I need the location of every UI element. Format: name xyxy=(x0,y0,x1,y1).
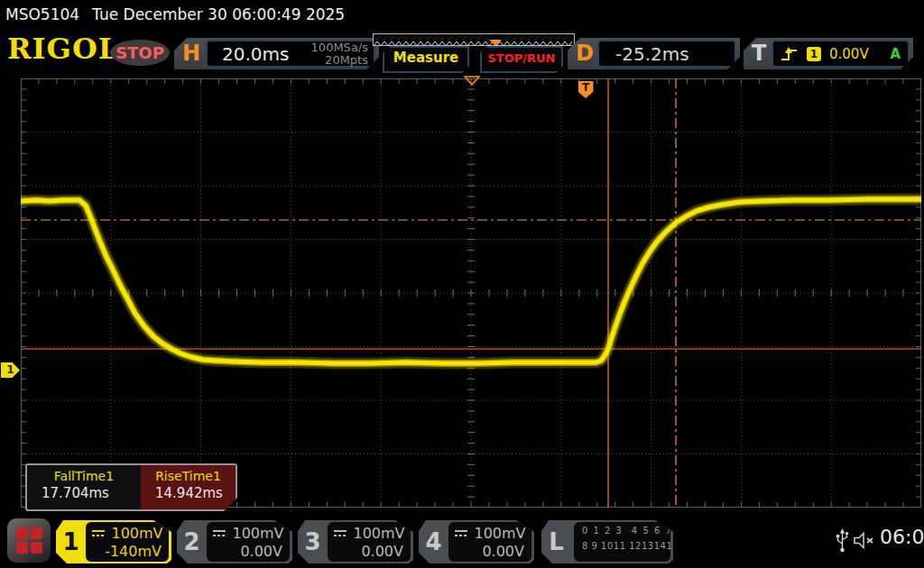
channel-offset: 0.00V xyxy=(328,543,411,561)
channel-2-block[interactable]: 2 100mV 0.00V xyxy=(177,520,292,563)
memory-depth: 20Mpts xyxy=(325,53,368,67)
delay-block[interactable]: D -25.2ms xyxy=(568,38,740,69)
menu-grid-icon xyxy=(16,527,42,553)
waveform-position-bar[interactable] xyxy=(373,33,575,46)
model-name: MSO5104 xyxy=(5,5,79,23)
menu-button[interactable] xyxy=(7,518,51,563)
channel-offset: 0.00V xyxy=(207,543,290,561)
titlebar: MSO5104Tue December 30 06:00:49 2025 xyxy=(0,0,924,29)
digital-channels-row1: 0 1 2 3 4 5 6 7 xyxy=(574,522,670,539)
channel-3-block[interactable]: 3 100mV 0.00V xyxy=(298,520,413,563)
usb-icon xyxy=(836,528,849,553)
speaker-muted-icon[interactable] xyxy=(854,531,875,550)
stop-run-button[interactable]: STOP/RUN xyxy=(480,46,563,73)
digital-channels-row2: 8 9 1011 12131415 xyxy=(574,539,670,554)
horizontal-reference-marker[interactable] xyxy=(464,76,480,86)
dc-icon xyxy=(454,529,468,537)
dc-icon xyxy=(91,529,106,537)
horizontal-settings-block[interactable]: H 20.0ms 100MSa/s 20Mpts xyxy=(174,38,379,69)
channel-status-bar: 1 100mV -140mV 2 100mV 0.00V 3 100mV 0.0… xyxy=(0,514,924,568)
delay-label: D xyxy=(576,40,594,68)
header-bar: RIGOL STOP H 20.0ms 100MSa/s 20Mpts Meas… xyxy=(0,29,924,74)
trigger-block[interactable]: T 1 0.00V A xyxy=(744,38,913,69)
measurement-panel: FallTime1 17.704ms RiseTime1 14.942ms xyxy=(25,463,237,511)
measurement-value: 17.704ms xyxy=(27,485,141,501)
measurement-label: RiseTime1 xyxy=(141,469,236,483)
measurement-label: FallTime1 xyxy=(27,469,141,483)
graticule-and-waveform xyxy=(21,78,921,508)
channel-number: 3 xyxy=(298,520,328,563)
dc-icon xyxy=(212,529,226,537)
channel-number: 4 xyxy=(419,520,448,563)
trigger-source-badge: 1 xyxy=(807,47,821,61)
delay-inset: -25.2ms xyxy=(597,40,736,68)
dc-icon xyxy=(333,529,347,537)
system-clock: 06:00 xyxy=(880,526,924,548)
delay-value: -25.2ms xyxy=(615,43,689,65)
horizontal-inset: 20.0ms 100MSa/s 20Mpts xyxy=(206,40,375,68)
channel-scale: 100mV xyxy=(232,525,283,542)
logic-analyzer-label: L xyxy=(541,520,571,563)
measurement-risetime[interactable]: RiseTime1 14.942ms xyxy=(141,465,236,509)
waveform-display-area: T 1 FallTime1 17.704ms RiseTime1 14.942m… xyxy=(0,74,924,514)
trigger-inset: 1 0.00V A xyxy=(772,40,910,68)
trigger-label: T xyxy=(752,40,766,68)
trigger-level-value: 0.00V xyxy=(829,46,869,62)
run-state-indicator[interactable]: STOP xyxy=(110,40,170,66)
channel-number: 1 xyxy=(56,520,86,563)
measurement-falltime[interactable]: FallTime1 17.704ms xyxy=(27,465,141,509)
channel-4-block[interactable]: 4 100mV 0.00V xyxy=(419,520,534,563)
datetime: Tue December 30 06:00:49 2025 xyxy=(92,5,345,23)
logic-analyzer-block[interactable]: L 0 1 2 3 4 5 6 7 8 9 1011 12131415 xyxy=(541,520,673,563)
channel-offset: 0.00V xyxy=(448,543,531,561)
channel-scale: 100mV xyxy=(474,525,525,542)
rising-edge-icon xyxy=(781,47,799,61)
channel-scale: 100mV xyxy=(111,525,162,542)
channel-scale: 100mV xyxy=(353,525,404,542)
rigol-logo: RIGOL xyxy=(7,32,119,66)
timebase-value: 20.0ms xyxy=(222,43,289,65)
measurement-value: 14.942ms xyxy=(141,485,236,501)
measure-button[interactable]: Measure xyxy=(383,46,469,73)
oscilloscope-screen: { "titlebar": { "model": "MSO5104", "dat… xyxy=(0,0,924,568)
channel-number: 2 xyxy=(177,520,207,563)
channel1-zero-marker[interactable]: 1 xyxy=(1,362,20,378)
horizontal-label: H xyxy=(182,40,200,68)
channel-1-block[interactable]: 1 100mV -140mV xyxy=(56,520,171,563)
sample-rate: 100MSa/s xyxy=(311,41,368,54)
trigger-sweep-mode: A xyxy=(890,46,901,62)
channel-offset: -140mV xyxy=(86,543,169,561)
